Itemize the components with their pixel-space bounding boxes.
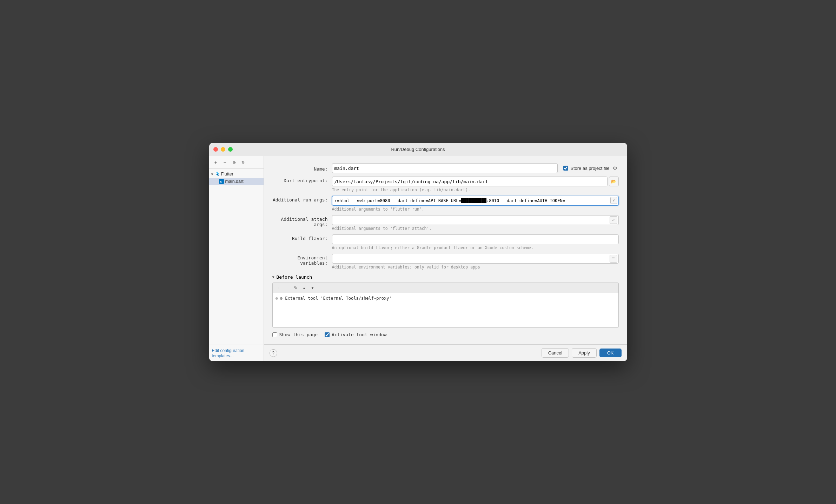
external-tool-icon: ⚙ — [276, 296, 278, 301]
additional-attach-args-row: Additional attach args: ⤢ Additional arg… — [272, 215, 619, 231]
add-before-launch-icon: + — [278, 285, 280, 291]
before-launch-toolbar: + − ✎ ▲ ▼ — [272, 283, 619, 293]
dialog-title: Run/Debug Configurations — [391, 147, 445, 152]
dart-icon: D — [219, 179, 224, 184]
flutter-icon — [214, 171, 220, 177]
gear-icon: ⚙ — [613, 165, 617, 171]
dart-entrypoint-row: Dart entrypoint: 📂 The entry-point for t… — [272, 177, 619, 192]
before-launch-edit-button[interactable]: ✎ — [292, 284, 299, 291]
show-this-page-checkbox[interactable] — [272, 332, 277, 337]
main-dart-label: main.dart — [225, 179, 244, 184]
titlebar: Run/Debug Configurations — [209, 143, 627, 156]
additional-run-args-hint: Additional arguments to 'flutter run'. — [332, 207, 619, 212]
expand-icon: ⤢ — [612, 199, 615, 202]
before-launch-chevron-icon: ▼ — [272, 275, 274, 279]
build-flavor-hint: An optional build flavor; either a Gradl… — [332, 245, 619, 250]
before-launch-up-button[interactable]: ▲ — [301, 284, 308, 291]
down-icon: ▼ — [311, 286, 314, 290]
attach-args-expand-button[interactable]: ⤢ — [610, 216, 617, 224]
dart-entrypoint-input-area: 📂 — [332, 177, 619, 186]
gear-icon-button[interactable]: ⚙ — [612, 165, 619, 172]
minimize-button[interactable] — [221, 147, 225, 152]
additional-attach-args-hint: Additional arguments to 'flutter attach'… — [332, 226, 619, 231]
additional-run-args-field: ⤢ Additional arguments to 'flutter run'. — [332, 196, 619, 212]
bottom-checks: Show this page Activate tool window — [272, 332, 619, 337]
store-project-file-checkbox[interactable] — [563, 166, 568, 171]
up-icon: ▲ — [303, 286, 306, 290]
name-input-area: Store as project file ⚙ — [332, 163, 619, 173]
window-controls — [213, 147, 233, 152]
help-button[interactable]: ? — [270, 349, 277, 357]
footer-left: ? — [270, 349, 277, 357]
edit-templates-link[interactable]: Edit configuration templates... — [212, 348, 245, 358]
dialog-footer: ? Cancel Apply OK — [264, 344, 627, 361]
sidebar-toolbar: + − ⊕ ⇅ — [209, 156, 264, 169]
before-launch-item-label: ⚙ External tool 'External Tools/shelf-pr… — [280, 296, 392, 301]
run-args-input-wrapper: ⤢ — [332, 196, 619, 206]
build-flavor-input[interactable] — [332, 234, 619, 244]
close-button[interactable] — [213, 147, 218, 152]
additional-attach-args-field: ⤢ Additional arguments to 'flutter attac… — [332, 215, 619, 231]
before-launch-section: ▼ Before launch + − ✎ — [272, 274, 619, 328]
table-icon: ☰ — [612, 257, 615, 261]
store-project-file-label: Store as project file — [570, 166, 609, 171]
maximize-button[interactable] — [228, 147, 233, 152]
browse-icon: 📂 — [611, 179, 616, 184]
build-flavor-row: Build flavor: An optional build flavor; … — [272, 234, 619, 250]
additional-run-args-label: Additional run args: — [272, 196, 332, 203]
ok-button[interactable]: OK — [599, 349, 622, 357]
help-icon: ? — [272, 351, 274, 356]
edit-before-launch-icon: ✎ — [294, 285, 298, 291]
move-config-button[interactable]: ⇅ — [239, 159, 247, 166]
sidebar: + − ⊕ ⇅ ▼ — [209, 156, 264, 361]
name-label: Name: — [272, 165, 332, 172]
before-launch-add-button[interactable]: + — [276, 284, 283, 291]
show-this-page-label: Show this page — [272, 332, 318, 337]
env-vars-label: Environment variables: — [272, 254, 332, 266]
dart-entrypoint-field: 📂 The entry-point for the application (e… — [332, 177, 619, 192]
flutter-group[interactable]: ▼ Flutter — [209, 170, 264, 178]
dart-entrypoint-hint: The entry-point for the application (e.g… — [332, 187, 619, 192]
form-area: Name: Store as project file ⚙ — [264, 156, 627, 344]
env-vars-input-wrapper: ☰ — [332, 254, 619, 264]
additional-attach-args-input[interactable] — [332, 215, 619, 225]
add-config-button[interactable]: + — [212, 159, 220, 166]
before-launch-remove-button[interactable]: − — [284, 284, 291, 291]
before-launch-down-button[interactable]: ▼ — [309, 284, 316, 291]
attach-args-input-wrapper: ⤢ — [332, 215, 619, 225]
activate-tool-window-label: Activate tool window — [325, 332, 387, 337]
run-args-expand-button[interactable]: ⤢ — [610, 197, 617, 204]
before-launch-header: ▼ Before launch — [272, 274, 619, 280]
sidebar-footer: Edit configuration templates... — [209, 345, 264, 361]
before-launch-list: ⚙ ⚙ External tool 'External Tools/shelf-… — [272, 293, 619, 328]
additional-run-args-row: Additional run args: ⤢ Additional argume… — [272, 196, 619, 212]
before-launch-item-shelf-proxy[interactable]: ⚙ ⚙ External tool 'External Tools/shelf-… — [273, 294, 618, 302]
cancel-button[interactable]: Cancel — [542, 348, 569, 358]
main-content: Name: Store as project file ⚙ — [264, 156, 627, 361]
before-launch-label: Before launch — [277, 274, 312, 280]
name-row: Name: Store as project file ⚙ — [272, 163, 619, 173]
move-icon: ⇅ — [241, 160, 245, 165]
env-vars-expand-button[interactable]: ☰ — [610, 255, 617, 263]
add-icon: + — [214, 160, 217, 165]
apply-button[interactable]: Apply — [572, 348, 597, 358]
name-input[interactable] — [332, 163, 558, 173]
dart-entrypoint-browse-button[interactable]: 📂 — [609, 177, 619, 186]
copy-icon: ⊕ — [232, 160, 236, 165]
sidebar-item-main-dart[interactable]: D main.dart — [209, 178, 264, 185]
env-vars-input[interactable] — [332, 254, 619, 264]
config-tree: ▼ Flutter D main.dart — [209, 169, 264, 345]
build-flavor-field: An optional build flavor; either a Gradl… — [332, 234, 619, 250]
group-chevron-icon: ▼ — [211, 172, 214, 176]
activate-tool-window-checkbox[interactable] — [325, 332, 330, 337]
window-body: + − ⊕ ⇅ ▼ — [209, 156, 627, 361]
store-project-file-container: Store as project file ⚙ — [563, 165, 618, 172]
additional-run-args-input[interactable] — [332, 196, 619, 206]
copy-config-button[interactable]: ⊕ — [230, 159, 238, 166]
dart-entrypoint-input[interactable] — [332, 177, 608, 186]
remove-config-button[interactable]: − — [221, 159, 229, 166]
dart-entrypoint-label: Dart entrypoint: — [272, 177, 332, 183]
run-debug-configurations-dialog: Run/Debug Configurations + − ⊕ ⇅ — [209, 143, 627, 361]
build-flavor-label: Build flavor: — [272, 234, 332, 241]
footer-right: Cancel Apply OK — [542, 348, 622, 358]
